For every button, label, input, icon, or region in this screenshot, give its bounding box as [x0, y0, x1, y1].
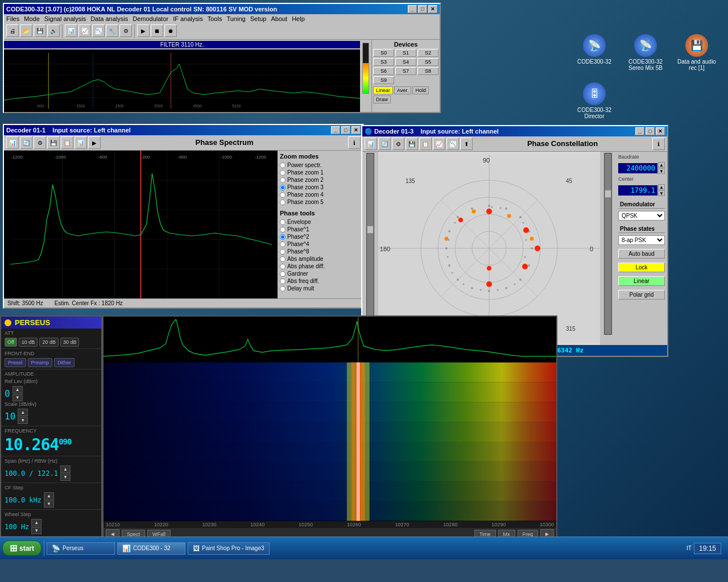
d3-maximize[interactable]: □: [646, 127, 655, 135]
att-off[interactable]: Off: [5, 338, 17, 347]
tb-btn-11[interactable]: ⏹: [151, 24, 163, 37]
draw-mode-btn[interactable]: Draw: [373, 95, 391, 103]
d1-info-btn[interactable]: ℹ: [348, 136, 361, 149]
hold-mode-btn[interactable]: Hold: [412, 86, 429, 94]
d1-minimize[interactable]: _: [331, 126, 340, 134]
d3-close[interactable]: ✕: [656, 127, 665, 135]
d1-close[interactable]: ✕: [351, 126, 361, 134]
d3-tb-6[interactable]: 📈: [433, 138, 445, 150]
tb-btn-12[interactable]: ⏺: [164, 24, 177, 37]
taskbar-code300[interactable]: 📊 CODE300 - 32: [117, 542, 185, 555]
fe-presel[interactable]: Presel: [5, 358, 26, 367]
ref-up[interactable]: ▲: [13, 386, 23, 393]
d3-info-btn[interactable]: ℹ: [652, 138, 665, 150]
device-s6[interactable]: S6: [373, 67, 394, 75]
lock-button[interactable]: Lock: [618, 263, 665, 272]
start-button[interactable]: ⊞ start: [2, 541, 42, 556]
maximize-button[interactable]: □: [418, 5, 427, 13]
d3-tb-4[interactable]: 💾: [406, 138, 418, 150]
v-slider-2[interactable]: [604, 153, 612, 335]
d1-tb-6[interactable]: 📊: [75, 136, 87, 149]
tb-btn-6[interactable]: 📈: [78, 24, 91, 37]
d3-minimize[interactable]: _: [635, 127, 644, 135]
linear-mode-btn[interactable]: Linear: [373, 86, 393, 94]
tb-btn-7[interactable]: 📉: [92, 24, 105, 37]
d1-maximize[interactable]: □: [341, 126, 350, 134]
menu-tools[interactable]: Tools: [208, 15, 222, 22]
phase-states-select[interactable]: 8-ap PSK 4-ap PSK: [618, 235, 665, 245]
menu-help[interactable]: Help: [292, 15, 305, 22]
fe-dither[interactable]: Dither: [54, 358, 75, 367]
tb-btn-10[interactable]: ▶: [137, 24, 150, 37]
d3-tb-2[interactable]: 🔄: [378, 138, 391, 150]
cfstep-up[interactable]: ▲: [44, 492, 54, 500]
tb-btn-2[interactable]: 📂: [20, 24, 32, 37]
scale-up[interactable]: ▲: [18, 409, 28, 416]
polar-grid-button[interactable]: Polar grid: [618, 290, 665, 300]
device-s9[interactable]: S9: [373, 76, 394, 84]
desktop-icon-data[interactable]: 💾 Data and audio rec [1]: [677, 34, 717, 71]
device-s7[interactable]: S7: [395, 67, 416, 75]
close-button[interactable]: ✕: [428, 5, 437, 13]
d3-tb-8[interactable]: ⬆: [460, 138, 473, 150]
baudrate-down[interactable]: ▼: [658, 168, 665, 174]
auto-baud-button[interactable]: Auto baud: [618, 249, 665, 259]
device-s0[interactable]: S0: [373, 49, 394, 57]
menu-tuning[interactable]: Tuning: [226, 15, 245, 22]
tb-btn-8[interactable]: 🔧: [106, 24, 118, 37]
tb-btn-9[interactable]: ⚙: [119, 24, 132, 37]
device-s4[interactable]: S4: [395, 58, 416, 66]
tb-btn-5[interactable]: 📊: [65, 24, 77, 37]
desktop-icon-director[interactable]: 🎛 CODE300-32 Director: [574, 82, 614, 119]
v-slider-1[interactable]: [366, 153, 374, 335]
d1-tb-1[interactable]: 📊: [6, 136, 19, 149]
taskbar-paintshop[interactable]: 🖼 Paint Shop Pro - Image3: [188, 542, 270, 555]
d1-tb-2[interactable]: 🔄: [20, 136, 32, 149]
menu-about[interactable]: About: [271, 15, 287, 22]
span-down[interactable]: ▼: [60, 473, 71, 481]
menu-data[interactable]: Data analysis: [90, 15, 128, 22]
tb-btn-4[interactable]: 🔊: [47, 24, 60, 37]
menu-mode[interactable]: Mode: [24, 15, 40, 22]
center-up[interactable]: ▲: [658, 184, 665, 190]
device-s5[interactable]: S5: [417, 58, 439, 66]
d1-tb-5[interactable]: 📋: [61, 136, 73, 149]
menu-demod[interactable]: Demodulator: [133, 15, 168, 22]
d3-tb-5[interactable]: 📋: [419, 138, 432, 150]
wheelstep-up[interactable]: ▲: [31, 519, 42, 526]
menu-setup[interactable]: Setup: [250, 15, 267, 22]
desktop-icon-stereo[interactable]: 📡 CODE300-32 Sereo Mix 5B: [626, 34, 665, 71]
device-s2[interactable]: S2: [417, 49, 439, 57]
att-20db[interactable]: 20 dB: [39, 338, 59, 347]
d3-tb-3[interactable]: ⚙: [392, 138, 404, 150]
ref-down[interactable]: ▼: [13, 394, 23, 401]
d3-tb-1[interactable]: 📊: [365, 138, 377, 150]
att-30db[interactable]: 30 dB: [60, 338, 80, 347]
menu-if[interactable]: IF analysis: [173, 15, 203, 22]
demodulator-select[interactable]: QPSK PSK FSK: [618, 211, 665, 221]
menu-files[interactable]: Files: [6, 15, 19, 22]
baudrate-up[interactable]: ▲: [658, 162, 665, 168]
d1-tb-4[interactable]: 💾: [47, 136, 60, 149]
minimize-button[interactable]: _: [408, 5, 417, 13]
aver-mode-btn[interactable]: Aver.: [394, 86, 411, 94]
tb-btn-1[interactable]: 🖨: [6, 24, 19, 37]
taskbar-perseus[interactable]: 📡 Perseus: [47, 542, 115, 555]
span-up[interactable]: ▲: [60, 465, 71, 473]
tb-btn-3[interactable]: 💾: [34, 24, 46, 37]
menu-signal[interactable]: Signal analysis: [44, 15, 86, 22]
device-s1[interactable]: S1: [395, 49, 416, 57]
desktop-icon-code300[interactable]: 📡 CODE300-32: [574, 34, 614, 71]
wheelstep-down[interactable]: ▼: [31, 527, 42, 534]
d3-tb-7[interactable]: 📉: [446, 138, 459, 150]
cfstep-down[interactable]: ▼: [44, 500, 54, 508]
center-down[interactable]: ▼: [658, 190, 665, 196]
att-10db[interactable]: 10 dB: [19, 338, 38, 347]
linear-button[interactable]: Linear: [618, 276, 665, 286]
d1-tb-7[interactable]: ▶: [88, 136, 101, 149]
device-s3[interactable]: S3: [373, 58, 394, 66]
device-s8[interactable]: S8: [417, 67, 439, 75]
d1-tb-3[interactable]: ⚙: [34, 136, 46, 149]
fe-preamp[interactable]: Preamp: [28, 358, 53, 367]
scale-down[interactable]: ▼: [18, 417, 28, 424]
